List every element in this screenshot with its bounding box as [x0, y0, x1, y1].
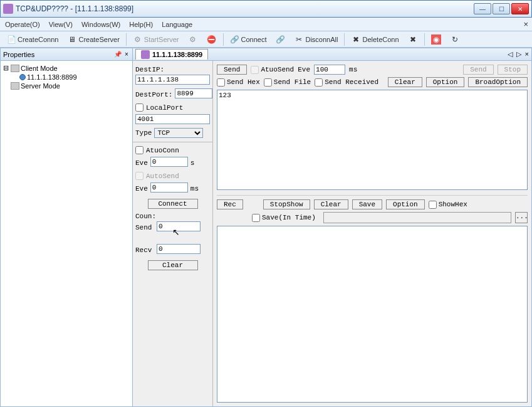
send-received-label: Send Received: [325, 78, 378, 86]
atuo-conn-checkbox[interactable]: [135, 146, 143, 154]
eve-send-label: Eve: [135, 185, 148, 193]
stop-button: Stop: [498, 65, 528, 75]
minimize-button[interactable]: —: [474, 3, 491, 14]
browse-button[interactable]: ...: [515, 212, 528, 223]
eve-send-input[interactable]: [150, 182, 188, 193]
rec-button[interactable]: Rec: [217, 199, 243, 209]
local-port-checkbox[interactable]: [135, 103, 143, 112]
tab-bar: 11.1.1.138:8899 ◁ ▷ ×: [133, 48, 531, 61]
send-eve-input[interactable]: [314, 65, 345, 75]
folder-icon: [11, 82, 19, 90]
menu-operate[interactable]: Operate(O): [5, 21, 40, 28]
connection-tree: ⊟ Client Mode 11.1.1.138:8899 Server Mod…: [1, 61, 132, 406]
params-connect-button[interactable]: Connect: [148, 199, 198, 209]
record-icon: ◉: [431, 34, 441, 45]
toolbar-icon-4[interactable]: ✖: [404, 33, 422, 46]
menu-language[interactable]: Language: [162, 21, 192, 28]
atuo-send-label: AtuoSend: [261, 66, 294, 73]
show-hex-label: ShowHex: [439, 201, 467, 208]
menu-bar: Operate(O) View(V) Windows(W) Help(H) La…: [0, 18, 532, 31]
tab-connection[interactable]: 11.1.1.138:8899: [135, 49, 208, 60]
send-file-label: Send File: [274, 78, 311, 86]
connection-params: DestIP: DestPort: LocalPort Type TCP: [133, 61, 213, 406]
tree-label: Client Mode: [21, 65, 58, 72]
tree-server-mode[interactable]: Server Mode: [2, 82, 131, 90]
link-icon: 🔗: [275, 34, 285, 45]
recv-count-input[interactable]: [157, 244, 201, 254]
atuo-send-checkbox: [251, 66, 259, 74]
properties-title: Properties: [3, 51, 34, 58]
menu-windows[interactable]: Windows(W): [81, 21, 120, 28]
tree-connection[interactable]: 11.1.1.138:8899: [2, 73, 131, 82]
params-clear-button[interactable]: Clear: [148, 260, 198, 270]
tab-next-icon[interactable]: ▷: [516, 50, 521, 58]
tree-label: Server Mode: [21, 82, 60, 90]
app-icon: [3, 4, 13, 14]
send-eve-label: Eve: [298, 66, 310, 73]
recv-clear-button[interactable]: Clear: [314, 199, 348, 209]
create-server-button[interactable]: 🖥CreateServer: [63, 33, 123, 46]
discon-all-button[interactable]: ✂DisconnAll: [290, 33, 342, 46]
type-label: Type: [135, 129, 152, 137]
create-conn-button[interactable]: 📄CreateConnn: [3, 33, 62, 46]
toolbar: 📄CreateConnn 🖥CreateServer ⚙StartServer …: [0, 31, 532, 48]
toolbar-icon-1[interactable]: ⚙: [184, 33, 202, 46]
auto-send-checkbox: [135, 172, 143, 180]
type-select[interactable]: TCP: [154, 128, 203, 138]
globe-icon: [19, 74, 26, 80]
send-option-button[interactable]: Option: [426, 77, 465, 87]
tree-client-mode[interactable]: ⊟ Client Mode: [2, 63, 131, 73]
toolbar-separator: [424, 33, 425, 46]
connect-button[interactable]: 🔗Connect: [226, 33, 271, 46]
send-hex-checkbox[interactable]: [217, 78, 225, 87]
dest-port-input[interactable]: [175, 88, 212, 98]
collapse-icon[interactable]: ⊟: [2, 64, 9, 72]
toolbar-icon-2[interactable]: ⛔: [203, 33, 221, 46]
maximize-button[interactable]: ☐: [493, 3, 510, 14]
recv-textarea[interactable]: [217, 226, 528, 403]
broad-option-button[interactable]: BroadOption: [468, 77, 528, 87]
eve-send-unit: ms: [190, 185, 199, 193]
panel-close-icon[interactable]: ×: [123, 51, 130, 58]
send-file-checkbox[interactable]: [264, 78, 272, 87]
save-in-time-label: Save(In Time): [262, 214, 316, 221]
menu-help[interactable]: Help(H): [129, 21, 153, 28]
start-server-button[interactable]: ⚙StartServer: [129, 33, 183, 46]
dest-ip-input[interactable]: [135, 75, 210, 85]
folder-icon: [11, 65, 19, 72]
toolbar-icon-6[interactable]: ↻: [446, 33, 464, 46]
toolbar-separator: [223, 33, 224, 46]
delete-icon: ✖: [351, 34, 361, 45]
tab-close-icon[interactable]: ×: [525, 50, 529, 58]
local-port-input[interactable]: [135, 114, 210, 124]
show-hex-checkbox[interactable]: [429, 201, 437, 209]
dest-port-label: DestPort:: [135, 91, 172, 98]
recv-option-button[interactable]: Option: [386, 199, 425, 209]
recv-count-label: Recv: [135, 246, 154, 254]
send-recv-area: Send AtuoSend Eve ms Send Stop Send Hex …: [213, 61, 531, 406]
close-button[interactable]: ✕: [511, 3, 529, 14]
toolbar-icon-5[interactable]: ◉: [427, 33, 445, 46]
save-in-time-checkbox[interactable]: [252, 214, 260, 222]
send-count-input[interactable]: [157, 221, 201, 231]
tab-prev-icon[interactable]: ◁: [508, 50, 513, 58]
send-clear-button[interactable]: Clear: [388, 77, 422, 87]
send-textarea[interactable]: 123: [217, 90, 528, 190]
auto-send-label: AutoSend: [146, 172, 179, 180]
recv-save-button[interactable]: Save: [352, 199, 382, 209]
tree-label: 11.1.1.138:8899: [27, 73, 77, 81]
connect-icon: 🔗: [230, 34, 240, 45]
pin-icon[interactable]: 📌: [115, 51, 121, 58]
eve-conn-input[interactable]: [150, 157, 188, 167]
menu-view[interactable]: View(V): [49, 21, 73, 28]
send-hex-label: Send Hex: [227, 78, 260, 86]
stop-show-button[interactable]: StopShow: [263, 199, 310, 209]
send-button[interactable]: Send: [217, 65, 247, 75]
content-area: 11.1.1.138:8899 ◁ ▷ × DestIP: DestPort: …: [133, 48, 532, 407]
menu-close-icon[interactable]: ×: [523, 19, 528, 29]
delete-conn-button[interactable]: ✖DeleteConn: [347, 33, 402, 46]
atuo-conn-label: AtuoConn: [146, 147, 179, 154]
save-path-field[interactable]: [323, 212, 511, 223]
send-received-checkbox[interactable]: [315, 78, 323, 87]
toolbar-icon-3[interactable]: 🔗: [271, 33, 289, 46]
